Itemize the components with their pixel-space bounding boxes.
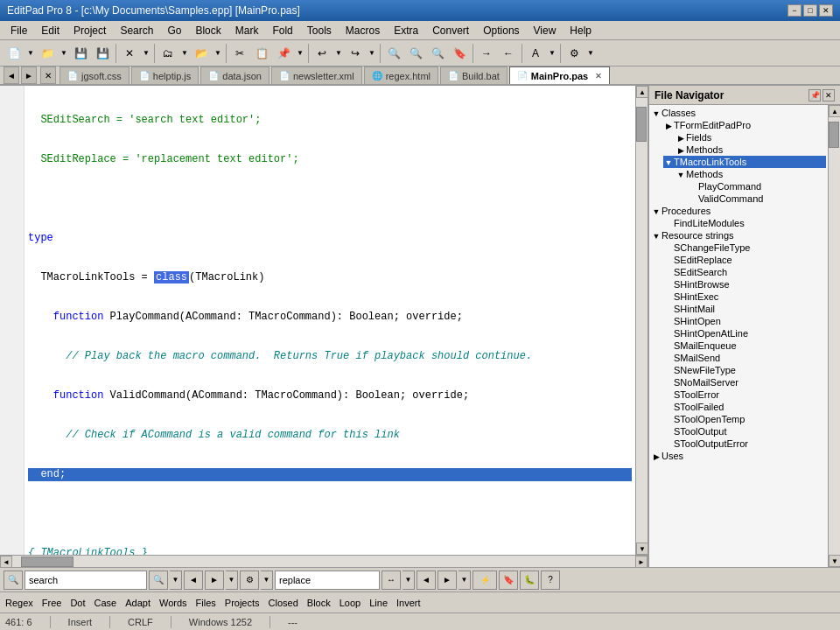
search-toolbar-btn[interactable]: 🔍 (383, 43, 404, 64)
tree-playcommand[interactable]: ·PlayCommand (688, 180, 826, 192)
tree-stoolfailed[interactable]: ·SToolFailed (663, 401, 826, 413)
proj-open-dropdown[interactable]: ▼ (213, 43, 223, 64)
new-dropdown[interactable]: ▼ (25, 43, 36, 64)
search-opt-btn[interactable]: ⚙ (240, 570, 259, 590)
tab-jgsoft_css[interactable]: 📄jgsoft.css (60, 66, 130, 84)
copy-button[interactable]: 📋 (251, 43, 272, 64)
tree-shintmail[interactable]: ·SHintMail (663, 303, 826, 315)
tree-snomailserver[interactable]: ·SNoMailServer (663, 376, 826, 388)
cut-button[interactable]: ✂ (229, 43, 250, 64)
nav-scroll-up[interactable]: ▲ (829, 105, 840, 117)
code-lines[interactable]: SEditSearch = 'search text editor'; SEdi… (24, 86, 635, 555)
opt-block[interactable]: Block (307, 598, 331, 608)
scroll-down-btn[interactable]: ▼ (636, 542, 648, 555)
tree-seditreplace[interactable]: ·SEditReplace (663, 254, 826, 266)
nav-pin-btn[interactable]: 📌 (808, 89, 821, 102)
search-help-btn[interactable]: ? (541, 570, 560, 590)
tree-methods-tform[interactable]: ▶Methods (676, 144, 826, 156)
h-scrollbar[interactable]: ◄ ► (0, 555, 648, 567)
search-next-btn2[interactable]: ► (205, 570, 224, 590)
opt-adapt[interactable]: Adapt (125, 598, 150, 608)
menu-convert[interactable]: Convert (425, 23, 476, 38)
nav-vscrollbar[interactable]: ▲ ▼ (828, 105, 840, 567)
search-find-btn[interactable]: 🔍 (149, 570, 168, 590)
menu-block[interactable]: Block (188, 23, 228, 38)
tree-seditsearch[interactable]: ·SEditSearch (663, 266, 826, 278)
search-nav-dropdown[interactable]: ▼ (226, 570, 238, 590)
proj-open-btn[interactable]: 📂 (191, 43, 212, 64)
save-button[interactable]: 💾 (70, 43, 91, 64)
tab-mainpro_pas[interactable]: 📄MainPro.pas✕ (509, 66, 610, 84)
menu-macros[interactable]: Macros (339, 23, 387, 38)
opt-case[interactable]: Case (94, 598, 117, 608)
maximize-button[interactable]: □ (803, 4, 817, 17)
scroll-up-btn[interactable]: ▲ (636, 86, 648, 98)
new-button[interactable]: 📄 (4, 43, 24, 64)
tree-uses[interactable]: ▶Uses (651, 450, 826, 462)
opt-free[interactable]: Free (42, 598, 62, 608)
tree-findlitemodules[interactable]: ·FindLiteModules (663, 217, 826, 229)
tree-methods-tmacro[interactable]: ▼Methods (676, 168, 826, 180)
paste-button[interactable]: 📌 (273, 43, 294, 64)
tree-shintopenatline[interactable]: ·SHintOpenAtLine (663, 327, 826, 340)
search-opt-dropdown[interactable]: ▼ (261, 570, 273, 590)
nav-scroll-down[interactable]: ▼ (829, 555, 840, 567)
tree-classes[interactable]: ▼Classes (651, 107, 826, 119)
paste-dropdown[interactable]: ▼ (295, 43, 305, 64)
opt-files[interactable]: Files (196, 598, 216, 608)
tree-stoolerror[interactable]: ·SToolError (663, 388, 826, 401)
opt-invert[interactable]: Invert (396, 598, 421, 608)
opt-dot[interactable]: Dot (70, 598, 85, 608)
menu-file[interactable]: File (4, 23, 34, 38)
tree-tmacrolinktools[interactable]: ▼TMacroLinkTools (663, 156, 826, 168)
nav-scroll-thumb[interactable] (829, 122, 839, 148)
tab-helptip_js[interactable]: 📄helptip.js (131, 66, 199, 84)
tab-regex_html[interactable]: 🌐regex.html (364, 66, 438, 84)
search-prev-btn[interactable]: 🔍 (405, 43, 426, 64)
h-scroll-track[interactable] (12, 556, 635, 567)
bookmark-search-btn[interactable]: 🔖 (499, 570, 518, 590)
scroll-left-btn[interactable]: ◄ (0, 556, 12, 567)
menu-view[interactable]: View (527, 23, 564, 38)
bookmark-btn[interactable]: 🔖 (449, 43, 470, 64)
tree-snewfiletype[interactable]: ·SNewFileType (663, 364, 826, 376)
tree-stoolopentemp[interactable]: ·SToolOpenTemp (663, 413, 826, 425)
redo-button[interactable]: ↪ (345, 43, 366, 64)
replace-next-btn[interactable]: ► (438, 570, 457, 590)
tree-schangefiletype[interactable]: ·SChangeFileType (663, 242, 826, 254)
close-file-button[interactable]: ✕ (119, 43, 140, 64)
scroll-right-btn[interactable]: ► (635, 556, 648, 567)
tab-newsletter_xml[interactable]: 📄newsletter.xml (271, 66, 362, 84)
replace-input[interactable] (275, 570, 380, 590)
tree-validcommand[interactable]: ·ValidCommand (688, 192, 826, 205)
open-dropdown[interactable]: ▼ (59, 43, 69, 64)
opt-words[interactable]: Words (159, 598, 187, 608)
opt-closed[interactable]: Closed (269, 598, 298, 608)
tree-stooloutput[interactable]: ·SToolOutput (663, 425, 826, 438)
menu-search[interactable]: Search (113, 23, 160, 38)
redo-dropdown[interactable]: ▼ (367, 43, 377, 64)
tree-shintexec[interactable]: ·SHintExec (663, 290, 826, 303)
v-scrollbar[interactable]: ▲ ▼ (635, 86, 648, 555)
search-find-dropdown[interactable]: ▼ (170, 570, 182, 590)
tab-data_json[interactable]: 📄data.json (200, 66, 270, 84)
menu-fold[interactable]: Fold (265, 23, 299, 38)
tab-nav-left[interactable]: ◄ (4, 66, 19, 84)
close-dropdown[interactable]: ▼ (141, 43, 151, 64)
tab-close-all[interactable]: ✕ (40, 66, 56, 84)
tree-smailsend[interactable]: ·SMailSend (663, 352, 826, 364)
outdent-btn[interactable]: ← (498, 43, 519, 64)
font-btn[interactable]: A (525, 43, 546, 64)
tab-nav-right[interactable]: ► (21, 66, 37, 84)
menu-mark[interactable]: Mark (228, 23, 266, 38)
opt-projects[interactable]: Projects (225, 598, 260, 608)
h-scroll-thumb[interactable] (21, 556, 74, 567)
tree-shintopen[interactable]: ·SHintOpen (663, 315, 826, 327)
tree-smailenqueue[interactable]: ·SMailEnqueue (663, 340, 826, 352)
tree-shintbrowse[interactable]: ·SHintBrowse (663, 278, 826, 290)
replace-prev-btn[interactable]: ◄ (416, 570, 436, 590)
indent-btn[interactable]: → (476, 43, 497, 64)
replace-all-btn[interactable]: ⚡ (472, 570, 497, 590)
menu-go[interactable]: Go (160, 23, 188, 38)
save-all-button[interactable]: 💾 (92, 43, 113, 64)
